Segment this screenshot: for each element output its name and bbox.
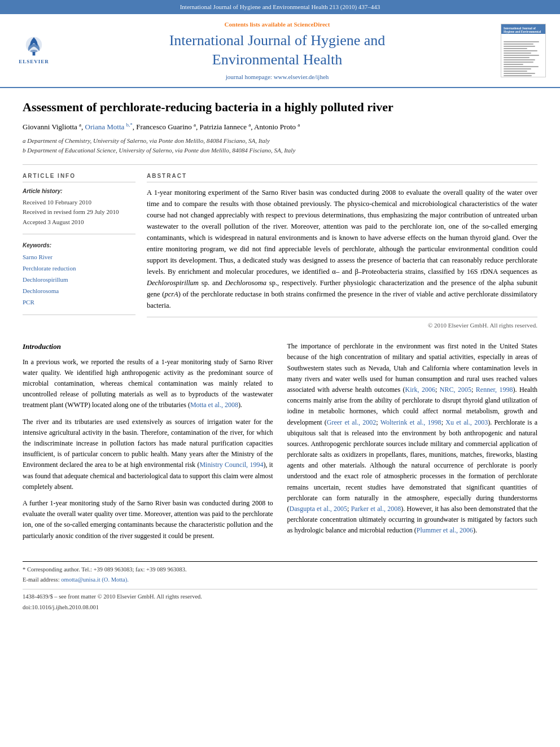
abstract-text: A 1-year monitoring experiment of the Sa… — [147, 187, 537, 311]
elsevier-tree-icon — [20, 35, 48, 58]
email-note: E-mail address: omotta@unisa.it (O. Mott… — [23, 575, 537, 584]
article-footer: * Corresponding author. Tel.: +39 089 96… — [23, 561, 537, 612]
keywords-group: Keywords: Sarno River Perchlorate reduct… — [23, 241, 135, 308]
keyword-dechlorospirillum[interactable]: Dechlorospirillum — [23, 274, 135, 286]
corresponding-author-note: * Corresponding author. Tel.: +39 089 96… — [23, 565, 537, 574]
svg-point-2 — [30, 50, 38, 53]
ref-plummer2006[interactable]: Plummer et al., 2006 — [417, 526, 473, 534]
authors-line: Giovanni Vigliotta a, Oriana Motta b,*, … — [23, 121, 537, 133]
article-title: Assessment of perchlorate-reducing bacte… — [23, 99, 537, 116]
ref-dasgupta2005[interactable]: Dasgupta et al., 2005 — [290, 505, 348, 513]
keyword-dechlorosoma[interactable]: Dechlorosoma — [23, 286, 135, 297]
intro-para2: The river and its tributaries are used e… — [23, 417, 273, 492]
ref-ministry1994[interactable]: Ministry Council, 1994 — [199, 461, 263, 469]
keyword-perchlorate[interactable]: Perchlorate reduction — [23, 263, 135, 274]
affiliation-b: b Department of Educational Science, Uni… — [23, 146, 537, 156]
divider-keywords — [23, 314, 135, 315]
affiliation-a: a Department of Chemistry, University of… — [23, 136, 537, 146]
ref-greer2002[interactable]: Greer et al., 2002 — [327, 418, 377, 426]
journal-homepage: journal homepage: www.elsevier.de/ijheh — [226, 72, 329, 82]
author-guarino: Francesco Guarino a, — [136, 123, 199, 131]
divider-info — [23, 234, 135, 234]
revised-date: Received in revised form 29 July 2010 — [23, 207, 135, 217]
homepage-url: www.elsevier.de/ijheh — [274, 73, 329, 80]
keyword-pcr[interactable]: PCR — [23, 297, 135, 308]
email-address: omotta@unisa.it (O. Motta). — [61, 576, 129, 583]
article-history-group: Article history: Received 10 February 20… — [23, 187, 135, 228]
sciencedirect-brand: ScienceDirect — [294, 21, 330, 28]
email-label: E-mail address: — [23, 576, 61, 583]
ref-xu2003[interactable]: Xu et al., 2003 — [445, 418, 488, 426]
journal-header: ELSEVIER Contents lists available at Sci… — [0, 14, 560, 89]
divider-1 — [23, 164, 537, 165]
intro-para1: In a previous work, we reported the resu… — [23, 357, 273, 411]
journal-title: International Journal of Hygiene and Env… — [169, 31, 386, 69]
copyright-line: © 2010 Elsevier GmbH. All rights reserve… — [147, 317, 537, 330]
article-container: Assessment of perchlorate-reducing bacte… — [0, 88, 560, 629]
article-info-column: ARTICLE INFO Article history: Received 1… — [23, 172, 135, 330]
ref-renner1998[interactable]: Renner, 1998 — [476, 386, 513, 394]
ref-nrc2005[interactable]: NRC, 2005 — [440, 386, 471, 394]
doi-note: doi:10.1016/j.ijheh.2010.08.001 — [23, 603, 537, 612]
author-iannece: Patrizia Iannece a, — [200, 123, 254, 131]
journal-thumbnail: International Journal of Hygiene and Env… — [501, 24, 546, 77]
article-info-heading: ARTICLE INFO — [23, 172, 135, 182]
sciencedirect-line: Contents lists available at ScienceDirec… — [225, 20, 330, 29]
introduction-title: Introduction — [23, 341, 273, 352]
intro-para4: The importance of perchlorate in the env… — [287, 341, 538, 536]
ref-wolterink1998[interactable]: Wolterink et al., 1998 — [380, 418, 441, 426]
issn-note: 1438-4639/$ – see front matter © 2010 El… — [23, 592, 537, 601]
author-proto: Antonio Proto a — [254, 123, 300, 131]
elsevier-logo-area: ELSEVIER — [11, 20, 56, 82]
body-two-col: Introduction In a previous work, we repo… — [23, 341, 537, 547]
journal-top-bar: International Journal of Hygiene and Env… — [0, 0, 560, 14]
elsevier-logo: ELSEVIER — [14, 35, 54, 66]
intro-para3: A further 1-year monitoring study of the… — [23, 498, 273, 541]
history-label: Article history: — [23, 187, 135, 195]
keyword-sarno[interactable]: Sarno River — [23, 252, 135, 263]
body-section: Introduction In a previous work, we repo… — [23, 341, 537, 547]
abstract-column: ABSTRACT A 1-year monitoring experiment … — [147, 172, 537, 330]
ref-motta2008[interactable]: Motta et al., 2008 — [190, 401, 238, 409]
author-vigliotta: Giovanni Vigliotta a, — [23, 123, 85, 131]
ref-kirk2006[interactable]: Kirk, 2006 — [405, 386, 435, 394]
body-left-col: Introduction In a previous work, we repo… — [23, 341, 273, 547]
abstract-heading: ABSTRACT — [147, 172, 537, 182]
ref-parker2008[interactable]: Parker et al., 2008 — [351, 505, 401, 513]
accepted-date: Accepted 3 August 2010 — [23, 217, 135, 228]
journal-thumbnail-area: International Journal of Hygiene and Env… — [498, 20, 549, 82]
journal-citation: International Journal of Hygiene and Env… — [180, 3, 380, 10]
article-info-abstract: ARTICLE INFO Article history: Received 1… — [23, 172, 537, 330]
affiliations: a Department of Chemistry, University of… — [23, 136, 537, 156]
body-right-col: The importance of perchlorate in the env… — [287, 341, 538, 547]
elsevier-brand-text: ELSEVIER — [19, 58, 49, 66]
journal-header-center: Contents lists available at ScienceDirec… — [62, 20, 492, 82]
received-date: Received 10 February 2010 — [23, 198, 135, 208]
keywords-label: Keywords: — [23, 241, 135, 250]
author-motta: Oriana Motta b,* — [85, 123, 133, 131]
keywords-list: Sarno River Perchlorate reduction Dechlo… — [23, 252, 135, 308]
